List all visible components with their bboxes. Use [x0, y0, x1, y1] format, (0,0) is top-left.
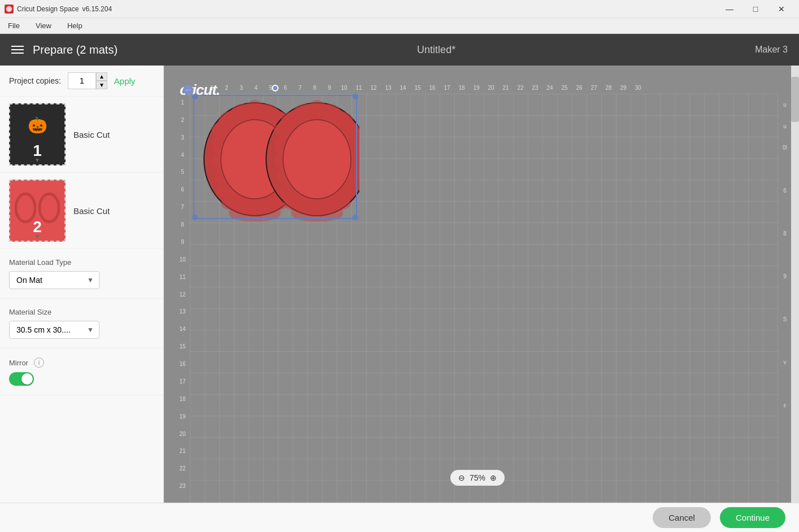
main-layout: Project copies: ▲ ▼ Apply 🎃 1 ▼ Basic Cu…: [0, 66, 799, 503]
ruler-left-num: 2: [176, 111, 189, 129]
ruler-left-num: 9: [176, 233, 189, 251]
ruler-num: 24: [542, 85, 557, 91]
ruler-num: 19: [469, 85, 484, 91]
ruler-num: 4: [249, 85, 263, 91]
material-size-dropdown-wrap: 30.5 cm x 30.... 12 x 24 in Custom ▼: [9, 321, 99, 339]
title-bar: Cricut Design Space v6.15.204 — □ ✕: [0, 0, 799, 18]
ruler-num: 30: [631, 85, 645, 91]
ruler-num: 21: [498, 85, 513, 91]
scrollbar-thumb[interactable]: [791, 77, 799, 122]
ruler-right-num: v: [779, 351, 791, 373]
cricut-logo: cricut.: [180, 81, 220, 99]
project-copies-section: Project copies: ▲ ▼ Apply: [0, 66, 163, 97]
app-header: Prepare (2 mats) Untitled* Maker 3: [0, 34, 799, 66]
zoom-minus[interactable]: ⊖: [458, 473, 465, 482]
mat-thumbnail-2: 2 ▼: [9, 180, 66, 242]
mirror-section: Mirror i: [0, 348, 163, 395]
minimize-button[interactable]: —: [717, 0, 742, 18]
ruler-num: 14: [396, 85, 410, 91]
app-name: Cricut Design Space: [17, 5, 79, 13]
left-panel: Project copies: ▲ ▼ Apply 🎃 1 ▼ Basic Cu…: [0, 66, 164, 503]
design-shapes[interactable]: [196, 97, 359, 224]
mirror-label: Mirror: [9, 359, 28, 367]
zoom-plus[interactable]: ⊕: [490, 473, 497, 482]
ruler-num: 6: [278, 85, 293, 91]
mat-item-2[interactable]: 2 ▼ Basic Cut: [0, 173, 163, 249]
maximize-button[interactable]: □: [742, 0, 768, 18]
ruler-left-num: 11: [176, 268, 189, 286]
ruler-num: 23: [528, 85, 542, 91]
cancel-button[interactable]: Cancel: [653, 507, 711, 528]
svg-point-0: [6, 6, 12, 12]
footer: Cancel Continue: [0, 503, 799, 532]
ruler-right-num: [779, 244, 791, 265]
mat-arrow-2: ▼: [34, 233, 40, 239]
ruler-num: 27: [587, 85, 601, 91]
material-size-select[interactable]: 30.5 cm x 30.... 12 x 24 in Custom: [9, 321, 99, 339]
menu-help[interactable]: Help: [64, 19, 86, 32]
header-left: Prepare (2 mats): [11, 43, 118, 56]
ruler-right-num: [779, 158, 791, 180]
zoom-control[interactable]: ⊖ 75% ⊕: [450, 470, 505, 486]
ruler-num: 15: [410, 85, 425, 91]
ruler-left-num: 20: [176, 425, 189, 443]
ruler-num: 7: [293, 85, 307, 91]
ruler-left-num: 21: [176, 443, 189, 460]
right-scrollbar[interactable]: [791, 66, 799, 503]
ruler-left-num: 12: [176, 286, 189, 303]
ruler-num: 10: [337, 85, 351, 91]
ruler-left-num: 6: [176, 181, 189, 198]
ruler-left-num: 17: [176, 373, 189, 390]
mat-item-1[interactable]: 🎃 1 ▼ Basic Cut: [0, 97, 163, 173]
ruler-right-num: [779, 287, 791, 308]
ruler-num: 17: [440, 85, 454, 91]
copies-input[interactable]: [68, 72, 96, 89]
close-button[interactable]: ✕: [768, 0, 794, 18]
ruler-right-num: [779, 373, 791, 394]
material-size-label: Material Size: [9, 308, 154, 316]
ruler-right-num: 8: [779, 223, 791, 244]
ruler-right-num: ε: [779, 394, 791, 416]
app-version: v6.15.204: [82, 5, 112, 13]
ruler-left-num: 8: [176, 216, 189, 233]
ruler-num: 16: [425, 85, 440, 91]
copies-down-arrow[interactable]: ▼: [96, 81, 107, 89]
header-title: Prepare (2 mats): [33, 43, 118, 56]
ruler-num: 11: [351, 85, 366, 91]
ruler-left-num: 5: [176, 164, 189, 181]
ruler-num: 13: [381, 85, 396, 91]
window-controls: — □ ✕: [717, 0, 794, 18]
ruler-left-num: 23: [176, 477, 189, 495]
mat-thumbnail-1: 🎃 1 ▼: [9, 103, 66, 165]
menu-file[interactable]: File: [5, 19, 23, 32]
ruler-num: 29: [616, 85, 631, 91]
ruler-num: 2: [219, 85, 234, 91]
copies-up-arrow[interactable]: ▲: [96, 72, 107, 81]
mat-icon-1: 🎃: [28, 116, 47, 134]
mirror-info-icon[interactable]: i: [34, 357, 44, 368]
copies-label: Project copies:: [9, 76, 61, 85]
ruler-right-num: S: [779, 308, 791, 330]
device-name: Maker 3: [755, 45, 788, 55]
apply-button[interactable]: Apply: [114, 76, 136, 86]
hamburger-menu[interactable]: [11, 46, 24, 54]
material-load-type-select[interactable]: On Mat Without Mat: [9, 271, 99, 289]
ruler-left-num: 18: [176, 390, 189, 408]
mirror-toggle[interactable]: [9, 372, 34, 386]
ruler-left: 1 2 3 4 5 6 7 8 9 10 11 12 13 14 15 16 1…: [176, 94, 189, 495]
toggle-slider: [9, 372, 34, 386]
ruler-num: 26: [572, 85, 587, 91]
ruler-left-num: 7: [176, 198, 189, 216]
ruler-right-num: u: [779, 115, 791, 137]
ruler-num: 12: [366, 85, 381, 91]
ruler-left-num: 22: [176, 460, 189, 477]
mat-label-2: Basic Cut: [73, 206, 110, 216]
ruler-right: u u 0l 6 8 9 S v ε: [779, 94, 791, 495]
mirror-row: Mirror i: [9, 357, 154, 368]
ruler-left-num: 10: [176, 251, 189, 268]
continue-button[interactable]: Continue: [720, 507, 785, 528]
material-size-section: Material Size 30.5 cm x 30.... 12 x 24 i…: [0, 299, 163, 348]
canvas-area: cricut. 1 2 3 4 5 6 7 8 9 10 11 12 13 14…: [164, 66, 791, 503]
copies-arrows: ▲ ▼: [96, 72, 107, 89]
menu-view[interactable]: View: [32, 19, 55, 32]
